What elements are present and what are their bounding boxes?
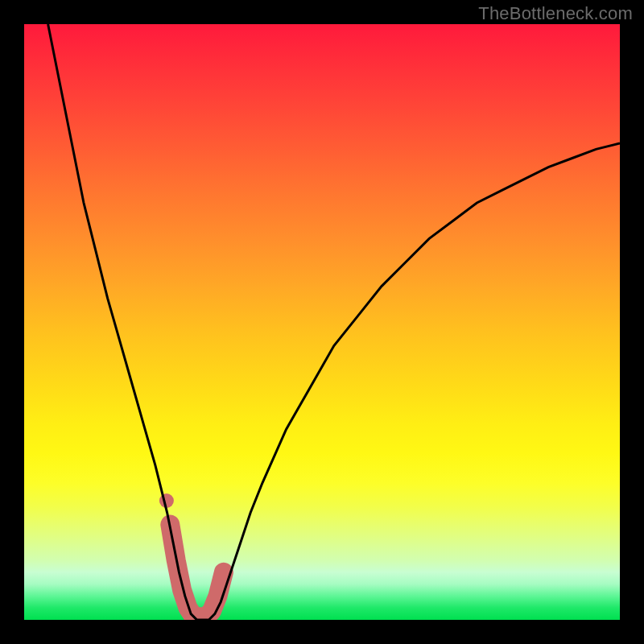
minimum-marker — [159, 493, 224, 617]
watermark-text: TheBottleneck.com — [478, 3, 633, 24]
curve-layer — [24, 24, 620, 620]
plot-area — [24, 24, 620, 620]
bottleneck-curve — [48, 24, 620, 620]
chart-frame: TheBottleneck.com — [0, 0, 644, 644]
